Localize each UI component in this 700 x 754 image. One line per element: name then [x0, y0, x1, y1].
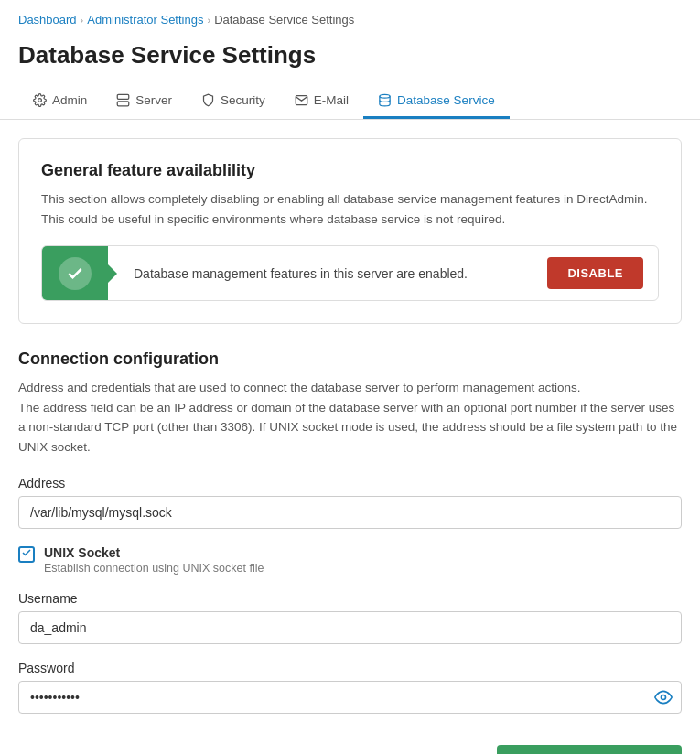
- general-section-desc: This section allows completely disabling…: [41, 189, 659, 229]
- connection-desc: Address and credentials that are used to…: [18, 378, 682, 457]
- main-content: General feature availablility This secti…: [0, 120, 700, 754]
- status-message: Database management features in this ser…: [108, 246, 533, 300]
- checkmark-circle: [59, 257, 92, 290]
- svg-point-5: [380, 94, 390, 98]
- breadcrumb: Dashboard › Administrator Settings › Dat…: [18, 13, 682, 27]
- username-group: Username: [18, 591, 682, 644]
- password-group: Password: [18, 661, 682, 714]
- tab-security-label: Security: [221, 93, 265, 107]
- tab-database-label: Database Service: [397, 93, 495, 107]
- username-label: Username: [18, 591, 682, 606]
- email-icon: [295, 93, 308, 107]
- footer-actions: Test configuration SAVE CONFIGURATION: [18, 730, 682, 754]
- breadcrumb-admin-settings[interactable]: Administrator Settings: [87, 13, 203, 27]
- breadcrumb-dashboard[interactable]: Dashboard: [18, 13, 77, 27]
- svg-rect-1: [118, 94, 130, 99]
- database-icon: [378, 93, 392, 107]
- disable-button[interactable]: DISABLE: [547, 257, 643, 289]
- admin-icon: [33, 93, 47, 107]
- unix-socket-checkbox[interactable]: [18, 546, 35, 563]
- svg-rect-2: [118, 102, 130, 106]
- breadcrumb-current: Database Service Settings: [214, 13, 354, 27]
- server-icon: [116, 93, 130, 107]
- tab-database[interactable]: Database Service: [363, 84, 510, 119]
- unix-socket-row: UNIX Socket Establish connection using U…: [18, 545, 682, 575]
- password-wrapper: [18, 681, 682, 714]
- tab-server[interactable]: Server: [102, 84, 187, 119]
- password-label: Password: [18, 661, 682, 675]
- tab-email-label: E-Mail: [314, 93, 349, 107]
- status-icon-block: [42, 246, 108, 300]
- address-label: Address: [18, 476, 682, 490]
- feature-status-block: Database management features in this ser…: [41, 245, 659, 301]
- toggle-password-icon[interactable]: [654, 688, 673, 706]
- svg-point-0: [38, 99, 42, 102]
- tab-security[interactable]: Security: [187, 84, 280, 119]
- checkbox-check-icon: [21, 547, 32, 561]
- connection-section: Connection configuration Address and cre…: [18, 350, 682, 754]
- unix-socket-desc: Establish connection using UNIX socket f…: [44, 562, 264, 575]
- page-title: Database Service Settings: [18, 38, 682, 84]
- status-text: Database management features in this ser…: [134, 266, 468, 281]
- tabs-nav: Admin Server Security E-Mail: [0, 84, 700, 120]
- password-input[interactable]: [18, 681, 682, 714]
- tab-admin-label: Admin: [52, 93, 87, 107]
- unix-socket-label: UNIX Socket: [44, 545, 264, 560]
- svg-point-6: [662, 695, 666, 699]
- unix-socket-label-block: UNIX Socket Establish connection using U…: [44, 545, 264, 575]
- tab-server-label: Server: [135, 93, 172, 107]
- breadcrumb-sep-2: ›: [207, 15, 210, 26]
- username-input[interactable]: [18, 611, 682, 644]
- connection-title: Connection configuration: [18, 350, 682, 369]
- tab-email[interactable]: E-Mail: [280, 84, 363, 119]
- general-section: General feature availablility This secti…: [18, 138, 682, 324]
- address-group: Address: [18, 476, 682, 529]
- address-input[interactable]: [18, 496, 682, 529]
- tab-admin[interactable]: Admin: [18, 84, 102, 119]
- breadcrumb-sep-1: ›: [81, 15, 84, 26]
- general-section-title: General feature availablility: [41, 161, 659, 180]
- security-icon: [201, 93, 215, 107]
- save-configuration-button[interactable]: SAVE CONFIGURATION: [497, 745, 682, 754]
